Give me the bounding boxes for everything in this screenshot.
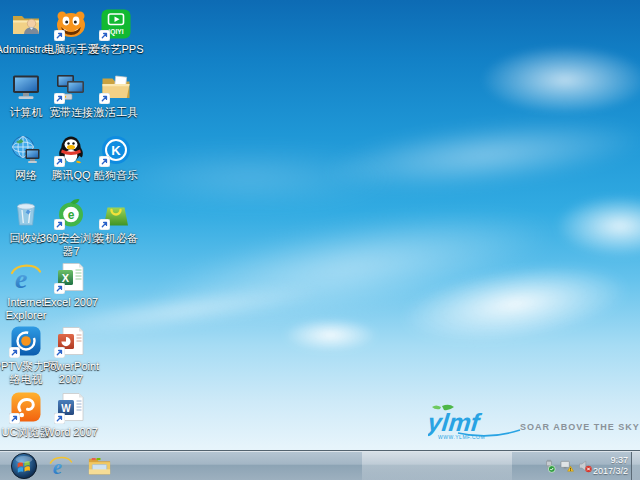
usb-safe-remove-icon[interactable] <box>542 459 556 473</box>
icon-label: 爱奇艺PPS <box>88 43 143 56</box>
shortcut-arrow-icon <box>54 30 65 41</box>
cloud <box>100 150 400 205</box>
icon-label: 回收站 <box>10 232 43 245</box>
shortcut-arrow-icon <box>54 93 65 104</box>
folder-tools-icon <box>100 71 132 103</box>
uc-browser-icon <box>10 391 42 423</box>
desktop-icon-kugou[interactable]: K 酷狗音乐 <box>89 134 143 182</box>
watermark-url: WWW.YLMF.COM <box>438 434 485 440</box>
desktop-icon-excel[interactable]: X Excel 2007 <box>44 261 98 309</box>
software-bag-icon <box>100 197 132 229</box>
shortcut-arrow-icon <box>99 93 110 104</box>
shortcut-arrow-icon <box>54 347 65 358</box>
icon-label: 腾讯QQ <box>51 169 90 182</box>
icon-label: PowerPoint 2007 <box>43 360 99 386</box>
shortcut-arrow-icon <box>54 156 65 167</box>
icon-label: Excel 2007 <box>44 296 98 309</box>
shortcut-arrow-icon <box>99 156 110 167</box>
taskbar-glass-reflection <box>362 452 512 480</box>
svg-text:K: K <box>111 143 121 158</box>
internet-explorer-icon: e <box>49 454 73 478</box>
desktop-icon-software-bag[interactable]: 装机必备 <box>89 197 143 245</box>
powerpoint-icon <box>55 325 87 357</box>
360-browser-icon: e <box>55 197 87 229</box>
volume-muted-icon[interactable] <box>578 459 592 473</box>
icon-label: 网络 <box>15 169 37 182</box>
windows-orb-icon <box>10 452 38 480</box>
game-monster-icon <box>55 8 87 40</box>
taskbar-internet-explorer[interactable]: e <box>46 451 76 480</box>
cloud <box>283 318 378 352</box>
folder-icon <box>87 453 112 478</box>
broadband-connection-icon <box>55 71 87 103</box>
start-button[interactable] <box>8 451 40 480</box>
internet-explorer-icon: e <box>10 261 42 293</box>
word-icon: W <box>55 391 87 423</box>
svg-text:iQIYI: iQIYI <box>108 28 123 36</box>
desktop-icon-iqiyi[interactable]: iQIYI 爱奇艺PPS <box>89 8 143 56</box>
desktop-background: ylmf WWW.YLMF.COM SOAR ABOVE THE SKY Adm… <box>0 0 640 480</box>
svg-text:X: X <box>62 272 70 284</box>
ylmf-logo-text: ylmf <box>428 408 483 436</box>
ylmf-watermark: ylmf WWW.YLMF.COM SOAR ABOVE THE SKY <box>428 403 640 439</box>
taskbar-windows-explorer[interactable] <box>84 451 114 480</box>
icon-label: Word 2007 <box>44 426 98 439</box>
icon-label: 装机必备 <box>94 232 138 245</box>
shortcut-arrow-icon <box>99 30 110 41</box>
svg-text:e: e <box>68 208 75 222</box>
clock-date: 2017/3/2 <box>593 466 628 477</box>
svg-text:W: W <box>61 403 71 414</box>
network-warning-icon[interactable] <box>560 459 574 473</box>
qq-penguin-icon <box>55 134 87 166</box>
show-desktop-button[interactable] <box>631 452 640 480</box>
watermark-tagline: SOAR ABOVE THE SKY <box>520 422 640 432</box>
shortcut-arrow-icon <box>9 413 20 424</box>
cloud <box>555 195 640 257</box>
excel-icon: X <box>55 261 87 293</box>
clock-time: 9:37 <box>610 455 628 466</box>
taskbar-clock[interactable]: 9:37 2017/3/2 <box>593 452 628 480</box>
icon-label: 计算机 <box>10 106 43 119</box>
pptv-icon <box>10 325 42 357</box>
kugou-music-icon: K <box>100 134 132 166</box>
system-tray <box>542 452 592 480</box>
icon-label: 激活工具 <box>94 106 138 119</box>
shortcut-arrow-icon <box>99 219 110 230</box>
icon-label: Internet Explorer <box>6 296 47 322</box>
cloud <box>480 45 640 115</box>
icon-label: 宽带连接 <box>49 106 93 119</box>
desktop-icon-word[interactable]: W Word 2007 <box>44 391 98 439</box>
shortcut-arrow-icon <box>54 219 65 230</box>
computer-icon <box>10 71 42 103</box>
shortcut-arrow-icon <box>54 413 65 424</box>
desktop-icon-powerpoint[interactable]: PowerPoint 2007 <box>44 325 98 386</box>
icon-label: 酷狗音乐 <box>94 169 138 182</box>
network-globe-icon <box>10 134 42 166</box>
iqiyi-icon: iQIYI <box>100 8 132 40</box>
shortcut-arrow-icon <box>54 283 65 294</box>
taskbar: e <box>0 450 640 480</box>
user-folder-icon <box>10 8 42 40</box>
desktop-icon-activation-tools[interactable]: 激活工具 <box>89 71 143 119</box>
recycle-bin-icon <box>10 197 42 229</box>
shortcut-arrow-icon <box>9 347 20 358</box>
